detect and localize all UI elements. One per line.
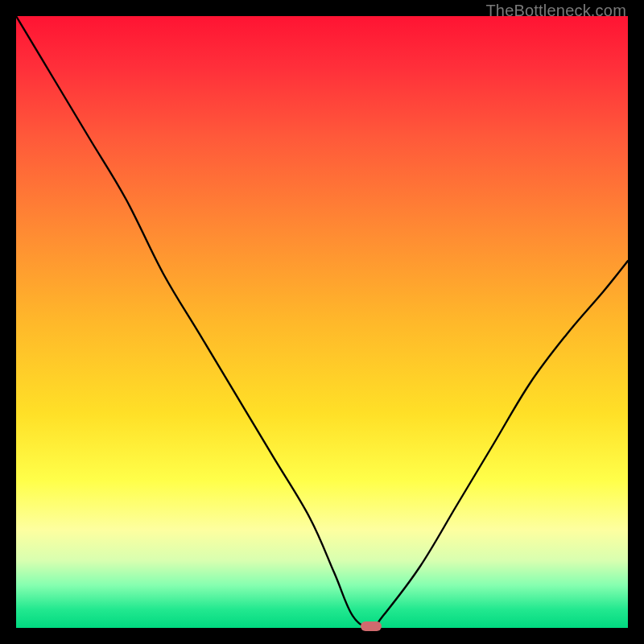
plot-area <box>16 16 628 628</box>
bottleneck-curve <box>16 16 628 628</box>
chart-frame: TheBottleneck.com <box>0 0 644 644</box>
optimum-marker <box>361 621 382 631</box>
